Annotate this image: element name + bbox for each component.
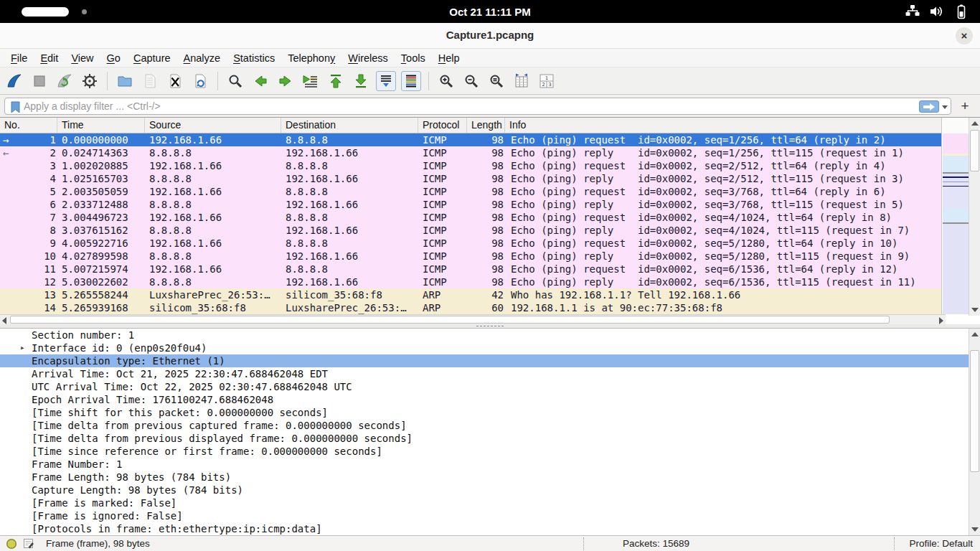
detail-line[interactable]: [Protocols in frame: eth:ethertype:ip:ic…	[0, 522, 969, 535]
scroll-right-icon[interactable]	[939, 317, 943, 324]
file-reload-button[interactable]	[190, 71, 210, 91]
detail-line[interactable]: UTC Arrival Time: Oct 22, 2025 02:30:47.…	[0, 380, 969, 393]
file-save-button[interactable]	[140, 71, 160, 91]
cell-marker	[0, 276, 14, 288]
menu-capture[interactable]: Capture	[127, 51, 177, 65]
file-close-button[interactable]	[165, 71, 185, 91]
packet-list-header[interactable]: No.TimeSourceDestinationProtocolLengthIn…	[0, 118, 941, 133]
add-filter-button[interactable]: +	[956, 98, 974, 115]
column-header-no[interactable]: No.	[0, 118, 57, 133]
menu-wireless[interactable]: Wireless	[341, 51, 395, 65]
packet-row-3[interactable]: 31.002020885192.168.1.668.8.8.8ICMP98Ech…	[0, 159, 941, 172]
cell-src: 192.168.1.66	[145, 211, 281, 224]
scroll-left-icon[interactable]	[2, 317, 6, 324]
detail-line[interactable]: Arrival Time: Oct 21, 2025 22:30:47.6884…	[0, 367, 969, 380]
find-packet-button[interactable]	[225, 71, 245, 91]
menu-view[interactable]: View	[65, 51, 100, 65]
packet-row-10[interactable]: 104.0278995988.8.8.8192.168.1.66ICMP98Ec…	[0, 250, 941, 263]
scroll-thumb[interactable]	[970, 350, 979, 472]
scroll-up-icon[interactable]	[971, 121, 979, 126]
scroll-down-icon[interactable]	[971, 308, 979, 312]
detail-line[interactable]: Encapsulation type: Ethernet (1)	[0, 354, 969, 367]
go-to-packet-button[interactable]	[301, 71, 321, 91]
column-header-length[interactable]: Length	[467, 118, 505, 133]
go-forward-button[interactable]	[275, 71, 296, 91]
display-filter-field[interactable]	[4, 98, 951, 115]
column-header-time[interactable]: Time	[57, 118, 145, 133]
detail-line[interactable]: Capture Length: 98 bytes (784 bits)	[0, 484, 969, 496]
resize-columns-button[interactable]	[512, 71, 532, 91]
hscroll-thumb[interactable]	[10, 316, 890, 324]
system-tray[interactable]	[904, 3, 970, 20]
menu-analyze[interactable]: Analyze	[177, 51, 227, 65]
status-profile[interactable]: Profile: Default	[909, 538, 973, 549]
packet-row-5[interactable]: 52.003505059192.168.1.668.8.8.8ICMP98Ech…	[0, 185, 941, 198]
colorize-toggle[interactable]	[401, 71, 421, 91]
detail-line[interactable]: Section number: 1	[0, 329, 969, 342]
menu-edit[interactable]: Edit	[34, 51, 65, 65]
packet-row-6[interactable]: 62.0337124888.8.8.8192.168.1.66ICMP98Ech…	[0, 198, 941, 211]
bookmark-icon[interactable]	[10, 101, 21, 113]
packet-row-2[interactable]: ←20.0247143638.8.8.8192.168.1.66ICMP98Ec…	[0, 146, 941, 159]
packet-row-4[interactable]: 41.0251657038.8.8.8192.168.1.66ICMP98Ech…	[0, 172, 941, 185]
auto-scroll-toggle[interactable]	[376, 71, 396, 91]
detail-line[interactable]: ▸Interface id: 0 (enp0s20f0u4)	[0, 342, 969, 354]
detail-line[interactable]: [Time shift for this packet: 0.000000000…	[0, 406, 969, 419]
expert-info-icon[interactable]	[6, 538, 17, 550]
menu-tools[interactable]: Tools	[395, 51, 432, 65]
apply-filter-button[interactable]	[919, 100, 939, 113]
splitter-handle-icon[interactable]	[476, 325, 504, 328]
scroll-up-icon[interactable]	[971, 332, 979, 336]
detail-line[interactable]: Frame Number: 1	[0, 458, 969, 471]
capture-start-button[interactable]	[4, 71, 24, 91]
column-header-info[interactable]: Info	[505, 118, 941, 133]
packet-minimap[interactable]	[941, 118, 969, 314]
detail-line[interactable]: [Time delta from previous captured frame…	[0, 419, 969, 432]
status-frame-info[interactable]: Frame (frame), 98 bytes	[46, 538, 150, 549]
packet-row-12[interactable]: 125.0300226028.8.8.8192.168.1.66ICMP98Ec…	[0, 276, 941, 288]
packet-list-hscrollbar[interactable]	[0, 314, 946, 324]
zoom-reset-button[interactable]	[486, 71, 507, 91]
column-header-source[interactable]: Source	[145, 118, 281, 133]
zoom-in-button[interactable]	[436, 71, 456, 91]
packet-row-11[interactable]: 115.007215974192.168.1.668.8.8.8ICMP98Ec…	[0, 263, 941, 276]
menu-go[interactable]: Go	[100, 51, 127, 65]
menu-file[interactable]: File	[4, 51, 34, 65]
column-header-destination[interactable]: Destination	[281, 118, 418, 133]
detail-vscrollbar[interactable]	[969, 329, 980, 535]
menu-help[interactable]: Help	[432, 51, 466, 65]
scroll-thumb[interactable]	[970, 130, 979, 171]
detail-line[interactable]: [Frame is ignored: False]	[0, 509, 969, 522]
file-open-button[interactable]	[115, 71, 135, 91]
packet-row-1[interactable]: →10.000000000192.168.1.668.8.8.8ICMP98Ec…	[0, 133, 941, 146]
go-back-button[interactable]	[250, 71, 270, 91]
filter-dropdown-caret[interactable]	[942, 105, 948, 109]
packet-row-14[interactable]: 145.265939168silicom_35:68:f8LuxsharePre…	[0, 301, 941, 314]
detail-line[interactable]: Epoch Arrival Time: 1761100247.688462048	[0, 393, 969, 406]
column-header-protocol[interactable]: Protocol	[418, 118, 467, 133]
clock[interactable]: Oct 21 11:11 PM	[0, 6, 980, 18]
layout-chooser-button[interactable]: 1 2 3	[537, 71, 557, 91]
menu-telephony[interactable]: Telephony	[281, 51, 341, 65]
zoom-out-button[interactable]	[461, 71, 481, 91]
scroll-down-icon[interactable]	[971, 527, 979, 532]
packet-row-7[interactable]: 73.004496723192.168.1.668.8.8.8ICMP98Ech…	[0, 211, 941, 224]
close-button[interactable]: ×	[956, 27, 973, 44]
packet-row-13[interactable]: 135.265558244LuxsharePrec_26:53:…silicom…	[0, 288, 941, 301]
detail-line[interactable]: [Time delta from previous displayed fram…	[0, 432, 969, 445]
capture-options-button[interactable]	[80, 71, 100, 91]
packet-row-9[interactable]: 94.005922716192.168.1.668.8.8.8ICMP98Ech…	[0, 237, 941, 250]
go-last-button[interactable]	[351, 71, 371, 91]
expander-icon[interactable]: ▸	[20, 342, 25, 354]
capture-stop-button[interactable]	[29, 71, 50, 91]
packet-list-vscrollbar[interactable]	[969, 118, 980, 316]
display-filter-input[interactable]	[24, 99, 913, 113]
capture-comments-icon[interactable]	[23, 538, 34, 550]
detail-line[interactable]: [Frame is marked: False]	[0, 496, 969, 509]
capture-restart-button[interactable]	[55, 71, 75, 91]
packet-row-8[interactable]: 83.0376151628.8.8.8192.168.1.66ICMP98Ech…	[0, 224, 941, 237]
detail-line[interactable]: [Time since reference or first frame: 0.…	[0, 445, 969, 458]
detail-line[interactable]: Frame Length: 98 bytes (784 bits)	[0, 471, 969, 484]
menu-statistics[interactable]: Statistics	[227, 51, 281, 65]
go-first-button[interactable]	[326, 71, 346, 91]
